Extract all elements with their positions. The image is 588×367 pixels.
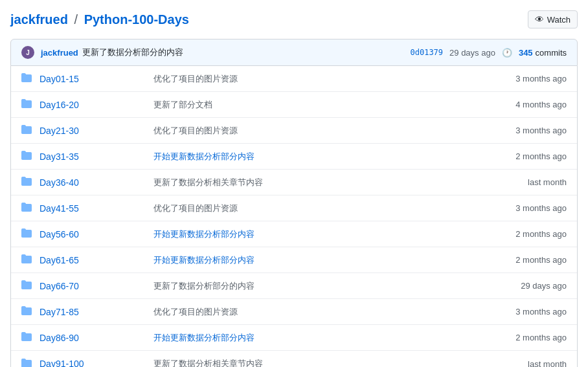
folder-icon xyxy=(21,176,34,188)
commit-hash[interactable]: 0d01379 xyxy=(410,48,443,57)
watch-button[interactable]: 👁 Watch xyxy=(528,10,578,28)
file-name[interactable]: Day36-40 xyxy=(40,177,143,188)
table-row: Day86-90开始更新数据分析部分内容2 months ago xyxy=(11,325,577,351)
commit-clock-icon: 🕐 xyxy=(502,48,512,58)
file-time: 3 months ago xyxy=(482,307,567,317)
folder-icon xyxy=(21,150,34,162)
repo-header: jackfrued / Python-100-Days 👁 Watch xyxy=(10,10,578,28)
file-name[interactable]: Day86-90 xyxy=(40,333,143,343)
table-row: Day41-55优化了项目的图片资源3 months ago xyxy=(11,195,577,221)
commit-author[interactable]: jackfrued xyxy=(41,48,78,58)
file-commit-message[interactable]: 开始更新数据分析部分内容 xyxy=(143,151,482,162)
table-row: Day66-70更新了数据分析部分的内容29 days ago xyxy=(11,273,577,299)
file-name[interactable]: Day56-60 xyxy=(40,229,143,239)
table-row: Day01-15优化了项目的图片资源3 months ago xyxy=(11,66,577,92)
folder-icon xyxy=(21,254,34,266)
file-time: 4 months ago xyxy=(482,100,567,109)
separator: / xyxy=(74,12,78,27)
file-commit-message: 优化了项目的图片资源 xyxy=(143,125,482,137)
table-row: Day56-60开始更新数据分析部分内容2 months ago xyxy=(11,221,577,247)
commit-message: 更新了数据分析部分的内容 xyxy=(82,47,183,58)
file-commit-message[interactable]: 开始更新数据分析部分内容 xyxy=(143,254,482,266)
commit-right: 0d01379 29 days ago 🕐 345 commits xyxy=(410,48,567,58)
file-commit-message: 更新了数据分析相关章节内容 xyxy=(143,177,482,188)
file-commit-message: 更新了部分文档 xyxy=(143,99,482,111)
commit-bar: J jackfrued 更新了数据分析部分的内容 0d01379 29 days… xyxy=(10,39,578,66)
page-wrapper: jackfrued / Python-100-Days 👁 Watch J ja… xyxy=(0,0,588,367)
file-time: 3 months ago xyxy=(482,74,567,83)
repo-name[interactable]: Python-100-Days xyxy=(84,12,189,27)
file-name[interactable]: Day31-35 xyxy=(40,151,143,162)
file-name[interactable]: Day41-55 xyxy=(40,203,143,214)
file-commit-message: 更新了数据分析部分的内容 xyxy=(143,280,482,292)
table-row: Day36-40更新了数据分析相关章节内容last month xyxy=(11,170,577,195)
folder-icon xyxy=(21,280,34,292)
folder-icon xyxy=(21,306,34,318)
folder-icon xyxy=(21,124,34,137)
file-time: last month xyxy=(482,359,567,368)
file-name[interactable]: Day16-20 xyxy=(40,100,143,110)
commits-label: commits xyxy=(536,48,567,58)
folder-icon xyxy=(21,331,34,344)
file-commit-message[interactable]: 开始更新数据分析部分内容 xyxy=(143,332,482,344)
table-row: Day21-30优化了项目的图片资源3 months ago xyxy=(11,118,577,144)
file-name[interactable]: Day21-30 xyxy=(40,126,143,136)
table-row: Day31-35开始更新数据分析部分内容2 months ago xyxy=(11,144,577,170)
file-time: 2 months ago xyxy=(482,333,567,342)
folder-icon xyxy=(21,98,34,111)
file-name[interactable]: Day66-70 xyxy=(40,281,143,291)
file-time: 3 months ago xyxy=(482,126,567,135)
watch-label: Watch xyxy=(547,15,571,25)
file-table: Day01-15优化了项目的图片资源3 months ago Day16-20更… xyxy=(10,66,578,367)
table-row: Day71-85优化了项目的图片资源3 months ago xyxy=(11,299,577,325)
file-time: 2 months ago xyxy=(482,255,567,265)
eye-icon: 👁 xyxy=(535,14,544,25)
file-name[interactable]: Day71-85 xyxy=(40,307,143,317)
file-name[interactable]: Day01-15 xyxy=(40,74,143,84)
commit-time: 29 days ago xyxy=(449,48,495,58)
folder-icon xyxy=(21,358,34,368)
folder-icon xyxy=(21,202,34,214)
file-commit-message: 优化了项目的图片资源 xyxy=(143,203,482,214)
file-commit-message: 优化了项目的图片资源 xyxy=(143,306,482,318)
file-commit-message[interactable]: 开始更新数据分析部分内容 xyxy=(143,228,482,240)
commits-count: 345 xyxy=(519,48,533,58)
repo-title: jackfrued / Python-100-Days xyxy=(10,12,189,27)
folder-icon xyxy=(21,228,34,240)
file-name[interactable]: Day91-100 xyxy=(40,359,143,367)
file-time: 29 days ago xyxy=(482,281,567,291)
commit-info: jackfrued 更新了数据分析部分的内容 xyxy=(41,47,403,58)
file-time: 2 months ago xyxy=(482,229,567,239)
table-row: Day16-20更新了部分文档4 months ago xyxy=(11,92,577,118)
file-commit-message: 更新了数据分析相关章节内容 xyxy=(143,358,482,367)
file-time: 3 months ago xyxy=(482,203,567,213)
commits-count-link[interactable]: 345 commits xyxy=(519,48,567,58)
file-name[interactable]: Day61-65 xyxy=(40,255,143,265)
avatar: J xyxy=(21,46,34,59)
repo-owner[interactable]: jackfrued xyxy=(10,12,68,27)
file-time: last month xyxy=(482,177,567,187)
folder-icon xyxy=(21,72,34,85)
table-row: Day61-65开始更新数据分析部分内容2 months ago xyxy=(11,247,577,273)
file-time: 2 months ago xyxy=(482,151,567,161)
table-row: Day91-100更新了数据分析相关章节内容last month xyxy=(11,351,577,367)
file-commit-message: 优化了项目的图片资源 xyxy=(143,73,482,85)
